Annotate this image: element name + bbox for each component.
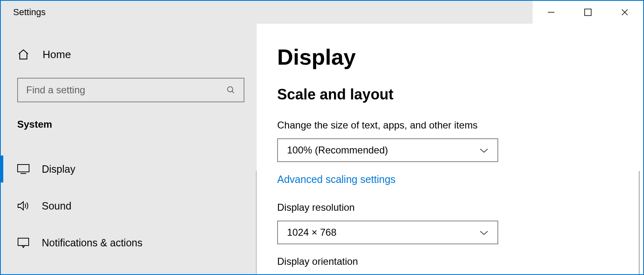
settings-window: Settings Home — [0, 0, 644, 275]
maximize-button[interactable] — [569, 1, 606, 24]
window-body: Home System Display — [1, 24, 643, 274]
close-button[interactable] — [606, 1, 643, 24]
svg-point-4 — [228, 87, 233, 92]
window-title: Settings — [1, 7, 46, 18]
resolution-value: 1024 × 768 — [287, 227, 337, 238]
resolution-dropdown[interactable]: 1024 × 768 — [277, 221, 498, 244]
sound-icon — [17, 200, 29, 212]
advanced-scaling-link[interactable]: Advanced scaling settings — [277, 174, 395, 185]
maximize-icon — [584, 9, 592, 16]
svg-rect-8 — [18, 238, 29, 246]
svg-line-5 — [232, 91, 234, 93]
section-title: Scale and layout — [277, 86, 643, 103]
resolution-label: Display resolution — [277, 202, 643, 213]
svg-rect-1 — [585, 9, 591, 16]
sidebar: Home System Display — [1, 24, 257, 274]
close-icon — [621, 8, 629, 16]
home-button[interactable]: Home — [1, 40, 257, 69]
main-content: Display Scale and layout Change the size… — [257, 24, 643, 274]
notifications-icon — [17, 237, 29, 248]
search-input[interactable] — [26, 84, 226, 96]
sidebar-item-label: Notifications & actions — [42, 237, 142, 249]
search-container — [1, 69, 257, 102]
scale-dropdown[interactable]: 100% (Recommended) — [277, 138, 498, 162]
minimize-icon — [547, 8, 555, 16]
minimize-button[interactable] — [533, 1, 569, 24]
sidebar-item-notifications[interactable]: Notifications & actions — [1, 224, 257, 261]
chevron-down-icon — [479, 227, 488, 238]
sidebar-item-label: Sound — [42, 200, 71, 212]
search-box[interactable] — [17, 78, 244, 102]
home-label: Home — [43, 48, 71, 61]
sidebar-item-sound[interactable]: Sound — [1, 187, 257, 224]
chevron-down-icon — [479, 144, 488, 156]
scale-label: Change the size of text, apps, and other… — [277, 119, 643, 131]
home-icon — [17, 48, 29, 61]
orientation-label: Display orientation — [277, 256, 643, 267]
display-icon — [17, 163, 29, 175]
window-controls — [533, 1, 643, 24]
search-icon — [226, 86, 235, 95]
page-title: Display — [277, 44, 643, 70]
titlebar: Settings — [1, 1, 643, 24]
scale-value: 100% (Recommended) — [287, 144, 388, 156]
sidebar-category: System — [1, 102, 257, 138]
sidebar-item-display[interactable]: Display — [1, 151, 257, 187]
sidebar-nav: Display Sound Notifications & actions — [1, 151, 257, 261]
svg-rect-6 — [18, 165, 29, 172]
content-scrollbar[interactable] — [639, 171, 640, 274]
sidebar-item-label: Display — [42, 163, 75, 175]
